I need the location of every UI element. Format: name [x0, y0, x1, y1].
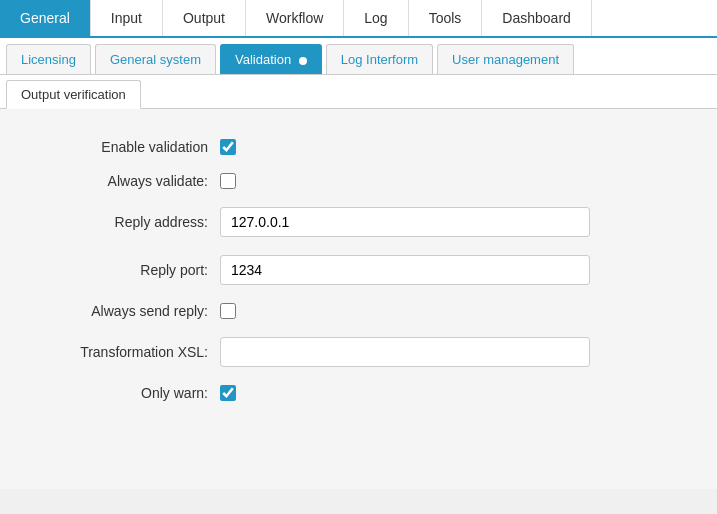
tab-workflow[interactable]: Workflow [246, 0, 344, 36]
tab-general-system[interactable]: General system [95, 44, 216, 74]
form-row-transformation-xsl: Transformation XSL: [20, 337, 697, 367]
tab-dashboard[interactable]: Dashboard [482, 0, 592, 36]
second-tab-bar: Licensing General system Validation Log … [0, 38, 717, 75]
form-row-enable-validation: Enable validation [20, 139, 697, 155]
content-area: Enable validation Always validate: Reply… [0, 109, 717, 489]
checkbox-always-send-reply[interactable] [220, 303, 236, 319]
input-reply-address[interactable] [220, 207, 590, 237]
checkbox-enable-validation[interactable] [220, 139, 236, 155]
tab-input[interactable]: Input [91, 0, 163, 36]
label-enable-validation: Enable validation [20, 139, 220, 155]
input-reply-port[interactable] [220, 255, 590, 285]
top-tab-bar: General Input Output Workflow Log Tools … [0, 0, 717, 38]
form-row-reply-port: Reply port: [20, 255, 697, 285]
label-transformation-xsl: Transformation XSL: [20, 344, 220, 360]
tab-output-verification[interactable]: Output verification [6, 80, 141, 109]
form-row-only-warn: Only warn: [20, 385, 697, 401]
validation-dot-indicator [299, 57, 307, 65]
tab-output[interactable]: Output [163, 0, 246, 36]
tab-general[interactable]: General [0, 0, 91, 36]
checkbox-always-validate[interactable] [220, 173, 236, 189]
tab-validation[interactable]: Validation [220, 44, 322, 74]
tab-user-management[interactable]: User management [437, 44, 574, 74]
tab-tools[interactable]: Tools [409, 0, 483, 36]
tab-licensing[interactable]: Licensing [6, 44, 91, 74]
form-row-always-validate: Always validate: [20, 173, 697, 189]
tab-validation-label: Validation [235, 52, 291, 67]
tab-log-interform[interactable]: Log Interform [326, 44, 433, 74]
form-area: Enable validation Always validate: Reply… [20, 139, 697, 401]
form-row-always-send-reply: Always send reply: [20, 303, 697, 319]
label-always-send-reply: Always send reply: [20, 303, 220, 319]
label-only-warn: Only warn: [20, 385, 220, 401]
label-always-validate: Always validate: [20, 173, 220, 189]
checkbox-only-warn[interactable] [220, 385, 236, 401]
third-tab-bar: Output verification [0, 75, 717, 109]
tab-log[interactable]: Log [344, 0, 408, 36]
form-row-reply-address: Reply address: [20, 207, 697, 237]
input-transformation-xsl[interactable] [220, 337, 590, 367]
label-reply-port: Reply port: [20, 262, 220, 278]
label-reply-address: Reply address: [20, 214, 220, 230]
